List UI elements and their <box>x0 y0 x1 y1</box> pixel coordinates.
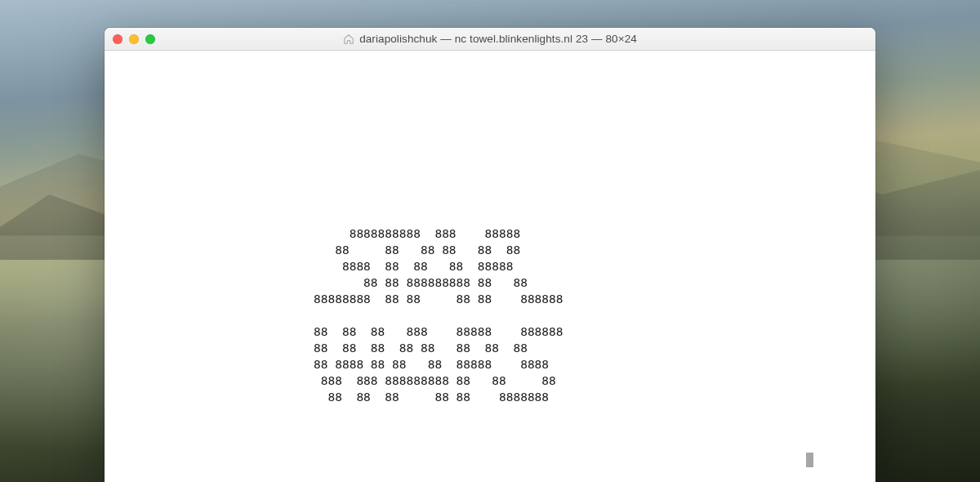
terminal-body[interactable]: 8888888888 888 88888 88 88 88 88 88 88 8… <box>105 51 875 482</box>
window-controls <box>113 34 155 44</box>
home-icon <box>343 33 354 45</box>
ascii-art: 8888888888 888 88888 88 88 88 88 88 88 8… <box>314 225 871 405</box>
maximize-button[interactable] <box>145 34 155 44</box>
close-button[interactable] <box>113 34 122 44</box>
terminal-cursor <box>806 453 813 467</box>
minimize-button[interactable] <box>129 34 139 44</box>
title-area: dariapolishchuk — nc towel.blinkenlights… <box>105 28 875 50</box>
window-titlebar[interactable]: dariapolishchuk — nc towel.blinkenlights… <box>105 28 875 51</box>
window-title: dariapolishchuk — nc towel.blinkenlights… <box>359 33 637 45</box>
terminal-window: dariapolishchuk — nc towel.blinkenlights… <box>105 28 875 482</box>
terminal-output: 8888888888 888 88888 88 88 88 88 88 88 8… <box>109 54 871 438</box>
